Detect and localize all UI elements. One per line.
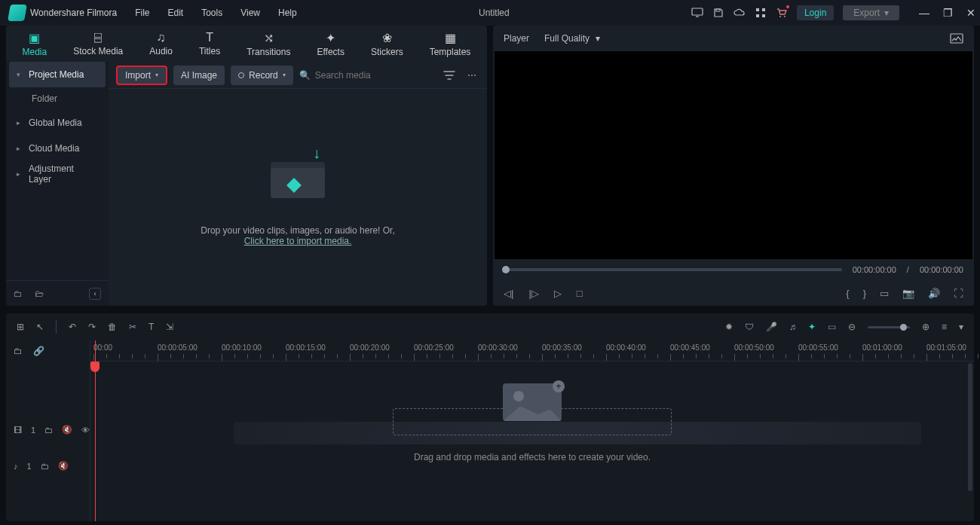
delete-icon[interactable]: 🗑: [108, 322, 117, 332]
cursor-icon[interactable]: ↖: [36, 322, 44, 332]
zoom-out-icon[interactable]: ⊖: [848, 322, 856, 332]
timeline-ruler[interactable]: 00:0000:00:05:0000:00:10:0000:00:15:0000…: [90, 340, 974, 362]
more-icon[interactable]: ⋯: [464, 70, 479, 81]
menu-help[interactable]: Help: [278, 8, 297, 18]
menu-tools[interactable]: Tools: [201, 8, 222, 18]
ai-image-button[interactable]: AI Image: [173, 66, 225, 85]
tab-label: Templates: [430, 47, 471, 57]
more-timeline-icon[interactable]: ▾: [959, 322, 963, 332]
svg-rect-6: [762, 14, 765, 17]
crop-icon[interactable]: ⇲: [166, 322, 173, 332]
minimize-icon[interactable]: —: [919, 7, 929, 19]
undo-icon[interactable]: ↶: [69, 322, 76, 332]
display-icon[interactable]: [691, 7, 703, 19]
list-view-icon[interactable]: ≡: [942, 322, 947, 332]
split-icon[interactable]: ✂: [129, 322, 136, 332]
video-track-header[interactable]: 🎞1 🗀 🔇 👁: [14, 425, 90, 435]
ai-icon[interactable]: ✦: [808, 322, 816, 332]
ruler-mark: 00:00:25:00: [414, 343, 454, 352]
text-icon[interactable]: T: [149, 322, 154, 332]
maximize-icon[interactable]: ❐: [943, 7, 953, 19]
redo-icon[interactable]: ↷: [88, 322, 96, 332]
export-button[interactable]: Export▾: [843, 5, 899, 20]
play-icon[interactable]: ▷: [554, 288, 562, 299]
camera-icon[interactable]: 📷: [902, 288, 914, 299]
titlebar: Wondershare Filmora File Edit Tools View…: [0, 0, 980, 26]
tab-templates[interactable]: ▦Templates: [424, 28, 477, 60]
vertical-scrollbar[interactable]: [968, 363, 972, 491]
save-icon[interactable]: [712, 7, 724, 19]
menu-file[interactable]: File: [135, 8, 149, 18]
prev-frame-icon[interactable]: ◁|: [504, 288, 513, 299]
templates-icon: ▦: [445, 31, 456, 45]
track-headers: 🗀 🔗 🎞1 🗀 🔇 👁 ♪1 🗀 🔇: [6, 340, 90, 521]
mark-in-icon[interactable]: {: [846, 288, 849, 299]
sidebar-item-adjustment-layer[interactable]: ▸Adjustment Layer: [9, 161, 106, 187]
folder-icon[interactable]: 🗁: [35, 288, 44, 299]
sidebar-item-project-media[interactable]: ▾Project Media: [9, 62, 106, 87]
snapshot-icon[interactable]: [950, 33, 963, 44]
sidebar-item-folder[interactable]: Folder: [6, 87, 109, 110]
tab-media[interactable]: ▣Media: [17, 28, 54, 60]
menu-view[interactable]: View: [240, 8, 260, 18]
timeline-body[interactable]: 00:0000:00:05:0000:00:10:0000:00:15:0000…: [90, 340, 974, 521]
import-media-link[interactable]: Click here to import media.: [244, 236, 352, 246]
search-input[interactable]: [315, 70, 434, 81]
svg-rect-2: [716, 9, 720, 11]
player-header: Player Full Quality▾: [493, 26, 974, 51]
dropzone-text: Drop your video clips, images, or audio …: [201, 225, 394, 236]
audio-track-header[interactable]: ♪1 🗀 🔇: [14, 461, 69, 471]
mute-icon[interactable]: 🔇: [58, 461, 69, 471]
video-stage[interactable]: [495, 51, 972, 259]
ruler-mark: 00:00:20:00: [350, 343, 390, 352]
progress-bar[interactable]: [504, 268, 842, 271]
new-folder-icon[interactable]: 🗀: [14, 288, 23, 299]
svg-rect-0: [692, 8, 703, 15]
collapse-sidebar-icon[interactable]: ‹: [89, 288, 101, 300]
media-drop-zone[interactable]: ↓ Drop your video clips, images, or audi…: [109, 89, 487, 306]
close-icon[interactable]: ✕: [966, 7, 975, 19]
tag-icon[interactable]: 🛡: [745, 322, 754, 332]
sidebar-item-global-media[interactable]: ▸Global Media: [9, 110, 106, 136]
tab-titles[interactable]: TTitles: [193, 28, 226, 60]
tab-audio[interactable]: ♫Audio: [143, 28, 179, 60]
quality-dropdown[interactable]: Full Quality▾: [544, 33, 600, 44]
grid-icon[interactable]: ⊞: [17, 322, 24, 332]
cart-icon[interactable]: [776, 7, 788, 19]
mark-out-icon[interactable]: }: [863, 288, 866, 299]
folder-icon[interactable]: 🗀: [44, 426, 53, 435]
mic-icon[interactable]: 🎤: [766, 322, 777, 332]
lock-track-icon[interactable]: 🗀: [14, 346, 23, 356]
playhead[interactable]: [95, 340, 96, 521]
apps-icon[interactable]: [755, 7, 767, 19]
timeline-drop-target[interactable]: +: [393, 408, 672, 435]
menu-edit[interactable]: Edit: [168, 8, 184, 18]
display-mode-icon[interactable]: ▭: [880, 288, 889, 299]
music-icon[interactable]: ♬: [789, 322, 796, 332]
tab-transitions[interactable]: ⤭Transitions: [240, 28, 296, 60]
cloud-icon[interactable]: [733, 7, 746, 19]
zoom-slider[interactable]: [868, 326, 910, 328]
visibility-icon[interactable]: 👁: [81, 426, 90, 435]
record-button[interactable]: Record▾: [231, 66, 293, 85]
volume-icon[interactable]: 🔊: [928, 288, 940, 299]
zoom-in-icon[interactable]: ⊕: [922, 322, 929, 332]
filter-icon[interactable]: [440, 70, 458, 81]
mute-icon[interactable]: 🔇: [62, 425, 72, 435]
tab-stock-media[interactable]: ⌸Stock Media: [67, 28, 129, 60]
aspect-icon[interactable]: ▭: [828, 322, 836, 332]
sidebar-item-cloud-media[interactable]: ▸Cloud Media: [9, 136, 106, 161]
folder-icon[interactable]: 🗀: [41, 462, 49, 471]
import-button[interactable]: Import▾: [116, 66, 167, 85]
sidebar-label: Adjustment Layer: [29, 163, 98, 185]
link-track-icon[interactable]: 🔗: [33, 346, 44, 356]
fullscreen-icon[interactable]: ⛶: [954, 288, 963, 299]
tab-stickers[interactable]: ❀Stickers: [365, 28, 409, 60]
login-button[interactable]: Login: [797, 5, 834, 20]
marker-icon[interactable]: ✸: [725, 322, 733, 332]
stop-icon[interactable]: □: [577, 288, 583, 299]
tab-effects[interactable]: ✦Effects: [311, 28, 350, 60]
next-frame-icon[interactable]: |▷: [528, 288, 538, 299]
svg-point-7: [779, 16, 781, 17]
time-separator: /: [907, 265, 909, 274]
